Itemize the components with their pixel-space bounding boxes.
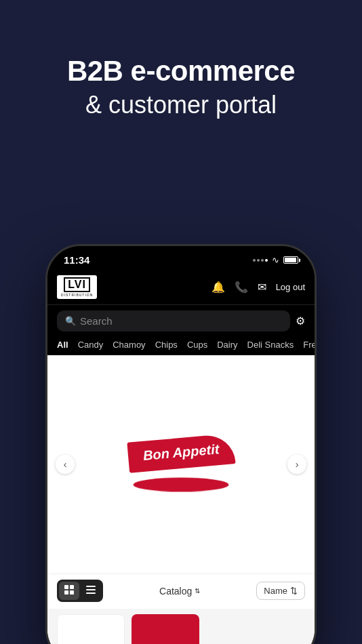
- dynamic-island: [169, 254, 193, 261]
- signal-dots: [253, 259, 268, 262]
- hero-subtitle: & customer portal: [0, 91, 362, 119]
- product-card-2[interactable]: [132, 614, 199, 644]
- status-icons: ∿: [253, 255, 298, 265]
- catalog-arrow-icon: ⇅: [195, 587, 200, 595]
- dot-4: [265, 259, 268, 262]
- sort-select[interactable]: Name ⇅: [256, 582, 305, 600]
- category-cups[interactable]: Cups: [187, 340, 207, 350]
- product-carousel: ‹ Bon Appetit ›: [47, 355, 315, 573]
- svg-rect-5: [86, 589, 96, 590]
- brand-badge: Bon Appetit: [127, 433, 235, 472]
- wifi-icon: ∿: [272, 255, 279, 265]
- phone-icon[interactable]: 📞: [235, 281, 248, 294]
- app-content: LVI DISTRIBUTION 🔔 📞 ✉ Log out 🔍 Search …: [47, 270, 315, 644]
- battery-fill: [285, 258, 296, 262]
- category-all[interactable]: All: [57, 340, 68, 350]
- category-tabs: All Candy Chamoy Chips Cups Dairy Deli S…: [47, 337, 315, 355]
- list-view-button[interactable]: [81, 582, 101, 600]
- category-chamoy[interactable]: Chamoy: [113, 340, 145, 350]
- hero-section: B2B e-commerce & customer portal: [0, 0, 362, 146]
- grid-view-button[interactable]: [59, 582, 79, 600]
- bottom-toolbar: Catalog ⇅ Name ⇅: [47, 573, 315, 609]
- list-icon: [86, 585, 96, 595]
- phone-outer: 11:34 ∿ LVI DISTRIBUTION: [45, 244, 317, 644]
- search-icon: 🔍: [65, 316, 76, 326]
- header-icons: 🔔 📞 ✉ Log out: [212, 281, 305, 294]
- view-toggle: [57, 580, 103, 602]
- logout-button[interactable]: Log out: [276, 282, 305, 292]
- dot-3: [261, 259, 264, 262]
- svg-rect-4: [86, 586, 96, 587]
- svg-rect-0: [64, 585, 68, 589]
- category-fre[interactable]: Fre: [303, 340, 315, 350]
- svg-rect-1: [70, 585, 74, 589]
- status-time: 11:34: [64, 254, 89, 266]
- sort-label: Name: [264, 586, 287, 596]
- sort-arrow-icon: ⇅: [290, 586, 298, 596]
- catalog-label: Catalog: [159, 586, 192, 597]
- brand-name: Bon Appetit: [142, 441, 220, 463]
- logo: LVI DISTRIBUTION: [57, 275, 97, 299]
- grid-icon: [64, 585, 74, 595]
- hero-title: B2B e-commerce: [0, 54, 362, 88]
- logo-dist: DISTRIBUTION: [61, 293, 93, 297]
- svg-rect-2: [64, 590, 68, 595]
- category-dairy[interactable]: Dairy: [217, 340, 237, 350]
- dot-1: [253, 259, 256, 262]
- filter-icon[interactable]: ⚙: [296, 315, 305, 327]
- brand-plate: [129, 477, 234, 491]
- category-candy[interactable]: Candy: [78, 340, 104, 350]
- category-deli[interactable]: Deli Snacks: [247, 340, 294, 350]
- search-input-wrap[interactable]: 🔍 Search: [57, 310, 290, 331]
- product-card-1[interactable]: [57, 614, 125, 644]
- bottom-cards: [47, 609, 315, 644]
- bell-icon[interactable]: 🔔: [212, 281, 225, 294]
- search-bar: 🔍 Search ⚙: [47, 305, 315, 337]
- search-placeholder: Search: [80, 315, 113, 327]
- dot-2: [257, 259, 260, 262]
- brand-display: Bon Appetit: [128, 438, 235, 491]
- app-header: LVI DISTRIBUTION 🔔 📞 ✉ Log out: [47, 270, 315, 305]
- carousel-next[interactable]: ›: [287, 455, 306, 474]
- phone-mockup: 11:34 ∿ LVI DISTRIBUTION: [45, 244, 317, 644]
- carousel-prev[interactable]: ‹: [56, 455, 75, 474]
- product-area: ‹ Bon Appetit ›: [47, 355, 315, 644]
- catalog-select[interactable]: Catalog ⇅: [110, 586, 249, 597]
- mail-icon[interactable]: ✉: [258, 281, 266, 294]
- svg-rect-3: [70, 590, 74, 595]
- category-chips[interactable]: Chips: [155, 340, 178, 350]
- battery-icon: [283, 256, 298, 264]
- svg-rect-6: [86, 592, 96, 594]
- logo-lvi: LVI: [64, 277, 90, 292]
